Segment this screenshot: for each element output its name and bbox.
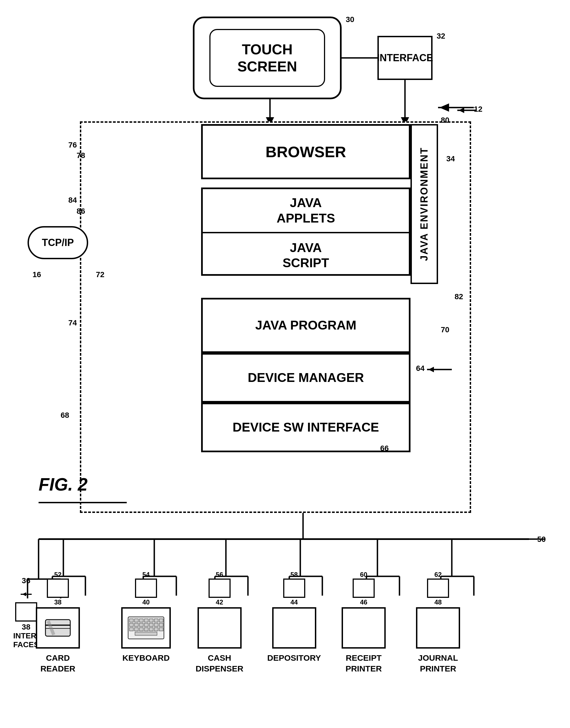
receipt-printer-interface-box (353, 578, 375, 598)
ref-36: 36 (22, 576, 30, 585)
svg-rect-69 (129, 623, 133, 626)
ref-76: 76 (68, 141, 77, 150)
java-environment-label: JAVA ENVIRONMENT (418, 147, 430, 261)
svg-marker-55 (429, 367, 434, 372)
device-manager-component: DEVICE MANAGER (201, 353, 410, 403)
ref-60: 60 (360, 571, 367, 578)
ref-54: 54 (142, 571, 150, 578)
fig-underline (39, 502, 127, 503)
touch-screen-component: TOUCH SCREEN (193, 17, 342, 99)
card-reader-box (36, 607, 80, 649)
java-script-label: JAVASCRIPT (283, 240, 329, 270)
keyboard-label: KEYBOARD (122, 653, 170, 663)
java-program-component: JAVA PROGRAM (201, 298, 410, 353)
device-sw-interface-component: DEVICE SW INTERFACE (201, 403, 410, 452)
svg-rect-74 (154, 623, 158, 626)
ref-62: 62 (435, 571, 442, 578)
svg-rect-64 (139, 619, 143, 622)
ref-56: 56 (216, 571, 223, 578)
ref-58: 58 (290, 571, 298, 578)
svg-rect-80 (149, 627, 153, 631)
ref-50: 50 (537, 535, 546, 544)
java-applets-container: JAVAAPPLETS JAVASCRIPT (201, 188, 410, 276)
ref-38a: 38 (54, 598, 62, 606)
ref-38-label: 38 (22, 623, 30, 631)
svg-rect-82 (159, 627, 163, 631)
card-reader-interface-box (47, 578, 69, 598)
keyboard-box (121, 607, 171, 649)
card-reader-section: 52 38 CARDREADER (36, 571, 80, 674)
svg-marker-54 (459, 108, 464, 113)
svg-rect-75 (159, 623, 163, 626)
device-manager-label: DEVICE MANAGER (248, 370, 364, 385)
java-script-section: JAVASCRIPT (203, 233, 409, 278)
cash-dispenser-section: 56 42 CASHDISPENSER (196, 571, 243, 674)
svg-rect-68 (159, 619, 163, 622)
svg-rect-81 (154, 627, 158, 631)
svg-rect-70 (134, 623, 138, 626)
java-program-label: JAVA PROGRAM (255, 318, 356, 333)
svg-rect-71 (139, 623, 143, 626)
interfaces-label: INTER-FACES (13, 631, 39, 649)
ref-82: 82 (455, 292, 463, 301)
card-reader-label: CARDREADER (40, 653, 75, 674)
svg-rect-65 (145, 619, 148, 622)
ref-84: 84 (68, 196, 77, 205)
device-sw-label: DEVICE SW INTERFACE (233, 420, 379, 435)
depository-section: 58 44 DEPOSITORY (267, 571, 321, 663)
journal-printer-section: 62 48 JOURNALPRINTER (416, 571, 460, 674)
touch-screen-label: TOUCH SCREEN (211, 41, 324, 75)
svg-rect-72 (145, 623, 148, 626)
svg-rect-76 (129, 627, 133, 631)
ref-74: 74 (68, 319, 77, 327)
svg-marker-56 (22, 592, 26, 596)
tcpip-label: TCP/IP (42, 237, 74, 248)
journal-printer-interface-box (427, 578, 449, 598)
svg-rect-66 (149, 619, 153, 622)
receipt-printer-box (342, 607, 386, 649)
svg-rect-63 (134, 619, 138, 622)
receipt-printer-section: 60 46 RECEIPTPRINTER (342, 571, 386, 674)
ref-42: 42 (216, 598, 223, 606)
touch-screen-inner-box: TOUCH SCREEN (209, 29, 325, 87)
keyboard-section: 54 40 (121, 571, 171, 663)
svg-rect-83 (135, 632, 157, 635)
ref-70: 70 (441, 325, 449, 334)
ref-16: 16 (32, 270, 41, 279)
svg-rect-73 (149, 623, 153, 626)
journal-printer-box (416, 607, 460, 649)
ref-32: 32 (437, 32, 445, 40)
ref-46: 46 (360, 598, 367, 606)
ref-72: 72 (96, 270, 104, 279)
ref-86: 86 (76, 207, 85, 216)
interfaces-section: 36 38 INTER-FACES (13, 576, 39, 649)
receipt-printer-label: RECEIPTPRINTER (345, 653, 382, 674)
ref-48: 48 (435, 598, 442, 606)
ref-66: 66 (380, 444, 389, 453)
cash-dispenser-label: CASHDISPENSER (196, 653, 243, 674)
interface-component: INTERFACE (377, 36, 433, 80)
interface-label: INTERFACE (377, 52, 433, 64)
depository-interface-box (283, 578, 305, 598)
ref-78: 78 (76, 151, 85, 160)
svg-rect-67 (154, 619, 158, 622)
java-applets-section: JAVAAPPLETS (203, 189, 409, 233)
ref-34: 34 (446, 154, 455, 163)
java-environment-component: JAVA ENVIRONMENT (410, 124, 438, 284)
interfaces-small-box (15, 602, 37, 621)
java-applets-label: JAVAAPPLETS (277, 195, 335, 225)
depository-label: DEPOSITORY (267, 653, 321, 663)
ref-80: 80 (441, 116, 449, 125)
journal-printer-label: JOURNALPRINTER (418, 653, 458, 674)
cash-dispenser-interface-box (209, 578, 231, 598)
ref-68: 68 (61, 411, 69, 420)
browser-component: BROWSER (201, 124, 410, 179)
browser-label: BROWSER (266, 143, 346, 161)
ref-52: 52 (54, 571, 62, 578)
tcpip-component: TCP/IP (28, 226, 88, 259)
ref-44: 44 (290, 598, 298, 606)
svg-rect-79 (145, 627, 148, 631)
ref-30: 30 (346, 15, 354, 24)
keyboard-interface-box (135, 578, 157, 598)
cash-dispenser-box (198, 607, 242, 649)
